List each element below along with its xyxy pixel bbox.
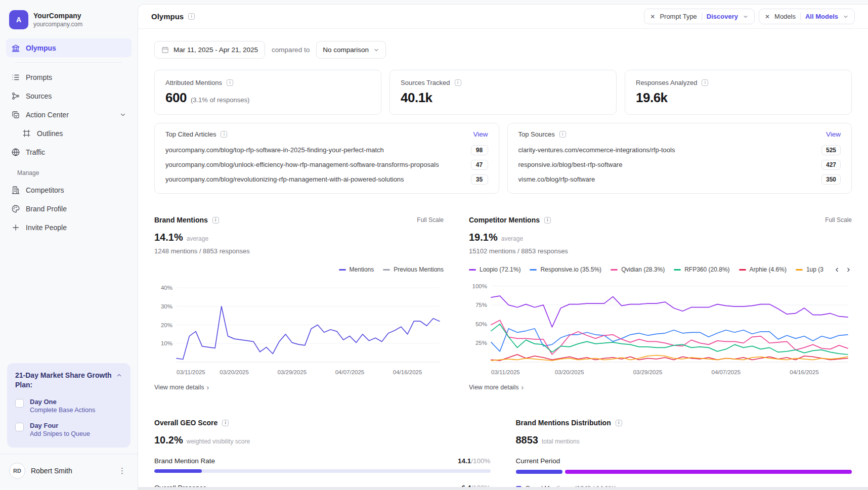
filter-value: All Models xyxy=(805,13,838,20)
growth-plan-item-title: Day Four xyxy=(30,422,90,429)
info-icon xyxy=(702,79,708,86)
mentions-summary: 15102 mentions / 8853 responses xyxy=(469,247,852,255)
full-scale-toggle[interactable]: Full Scale xyxy=(825,216,852,224)
brand-mentions-section: Brand Mentions Full Scale 14.1% average … xyxy=(154,216,444,391)
workspace-name: YourCompany xyxy=(33,12,82,21)
chevron-down-icon xyxy=(843,14,849,20)
legend-swatch xyxy=(383,269,390,271)
bank-icon xyxy=(11,43,20,53)
prompt-type-filter[interactable]: ✕ Prompt Type Discovery xyxy=(644,9,755,24)
legend-item: Mentions xyxy=(339,266,374,273)
sidebar-item-traffic[interactable]: Traffic xyxy=(6,143,132,161)
section-title: Competitor Mentions xyxy=(469,216,551,224)
stat-label: Responses Analyzed xyxy=(636,79,697,86)
count-badge: 350 xyxy=(821,174,841,185)
competitor-segment xyxy=(565,470,852,474)
date-range-button[interactable]: Mar 11, 2025 - Apr 21, 2025 xyxy=(154,41,265,59)
sidebar-item-outlines[interactable]: Outlines xyxy=(6,124,132,143)
chevron-up-icon[interactable] xyxy=(116,372,122,379)
sidebar-item-olympus[interactable]: Olympus xyxy=(6,38,132,57)
info-icon xyxy=(544,217,551,224)
sidebar-item-brand-profile[interactable]: Brand Profile xyxy=(6,199,132,218)
view-more-details-link[interactable]: View more details› xyxy=(469,383,852,391)
chevron-right-icon[interactable] xyxy=(845,266,852,273)
brand-mentions-line-chart: 10%20%30%40%03/11/202503/20/202503/29/20… xyxy=(154,277,444,378)
stat-value: 600 xyxy=(165,90,187,106)
chevron-down-icon[interactable] xyxy=(119,111,126,118)
geo-score-stat: 10.2% xyxy=(154,434,183,446)
stat-label: Attributed Mentions xyxy=(165,79,222,86)
stacked-distribution-bar xyxy=(516,470,852,474)
controls-row: Mar 11, 2025 - Apr 21, 2025 compared to … xyxy=(154,41,852,59)
sidebar-item-prompts[interactable]: Prompts xyxy=(6,68,132,86)
info-icon xyxy=(616,420,622,426)
close-icon[interactable]: ✕ xyxy=(765,13,770,20)
section-title: Brand Mentions xyxy=(154,216,219,224)
charts-row: Brand Mentions Full Scale 14.1% average … xyxy=(154,216,852,391)
calendar-icon xyxy=(161,46,169,54)
progress-track xyxy=(154,469,491,473)
average-stat: 19.1% xyxy=(469,232,498,243)
brand-segment xyxy=(516,470,563,474)
full-scale-toggle[interactable]: Full Scale xyxy=(417,216,444,224)
chevron-left-icon[interactable] xyxy=(834,266,840,273)
comparison-value: No comparison xyxy=(323,46,369,54)
table-row[interactable]: yourcompany.com/blog/unlock-efficiency-h… xyxy=(165,157,488,172)
main-panel: Olympus ✕ Prompt Type Discovery ✕ Models… xyxy=(138,4,868,490)
table-row[interactable]: responsive.io/blog/best-rfp-software 427 xyxy=(518,157,841,172)
svg-text:25%: 25% xyxy=(475,340,487,346)
growth-plan-title: 21-Day Market Share Growth Plan: xyxy=(15,371,112,390)
models-filter[interactable]: ✕ Models All Models xyxy=(759,9,855,24)
day-four-checkbox[interactable] xyxy=(15,423,24,431)
sidebar-item-sources[interactable]: Sources xyxy=(6,86,132,105)
page-bottom-scroll-track[interactable] xyxy=(138,487,868,490)
view-more-details-link[interactable]: View more details› xyxy=(154,383,444,391)
stat-value: 19.6k xyxy=(636,90,668,106)
sidebar: A YourCompany yourcompany.com Olympus Pr… xyxy=(0,0,138,490)
sidebar-item-label: Competitors xyxy=(26,186,64,194)
growth-plan-item: Day One Complete Base Actions xyxy=(15,398,122,414)
close-icon[interactable]: ✕ xyxy=(650,13,655,20)
view-link[interactable]: View xyxy=(826,130,841,138)
workspace-switcher[interactable]: A YourCompany yourcompany.com xyxy=(0,7,138,36)
svg-text:03/11/2025: 03/11/2025 xyxy=(491,369,520,375)
competitor-mentions-line-chart: 25%50%75%100%03/11/202503/20/202503/29/2… xyxy=(469,277,852,378)
sidebar-item-label: Prompts xyxy=(26,73,52,81)
page-title: Olympus xyxy=(151,12,184,21)
table-row[interactable]: yourcompany.com/blog/top-rfp-software-in… xyxy=(165,143,488,157)
table-row[interactable]: visme.co/blog/rfp-software 350 xyxy=(518,172,841,187)
sidebar-item-invite-people[interactable]: Invite People xyxy=(6,218,132,237)
sidebar-item-action-center[interactable]: Action Center xyxy=(6,105,132,124)
stat-card-sources-tracked: Sources Tracked 40.1k xyxy=(389,70,617,115)
day-one-checkbox[interactable] xyxy=(15,399,24,408)
svg-text:03/29/2025: 03/29/2025 xyxy=(633,369,663,375)
legend-item: 1up (3 xyxy=(796,266,823,273)
kebab-menu-icon[interactable]: ⋮ xyxy=(116,466,128,475)
metric-bar: Brand Mention Rate 14.1/100% xyxy=(154,457,491,473)
user-menu[interactable]: RD Robert Smith ⋮ xyxy=(0,454,138,490)
legend-label: Qvidian (28.3%) xyxy=(621,266,665,273)
article-url: yourcompany.com/blog/unlock-efficiency-h… xyxy=(165,161,471,168)
sidebar-item-label: Action Center xyxy=(26,111,69,119)
table-row[interactable]: yourcompany.com/blog/revolutionizing-rfp… xyxy=(165,172,488,187)
user-name: Robert Smith xyxy=(31,467,111,475)
stat-card-attributed-mentions: Attributed Mentions 600 (3.1% of respons… xyxy=(154,70,381,115)
sidebar-item-competitors[interactable]: Competitors xyxy=(6,181,132,199)
table-row[interactable]: clarity-ventures.com/ecommerce-integrati… xyxy=(518,143,841,157)
count-badge: 98 xyxy=(471,145,488,155)
source-url: clarity-ventures.com/ecommerce-integrati… xyxy=(518,146,821,154)
source-url: responsive.io/blog/best-rfp-software xyxy=(518,161,821,168)
article-url: yourcompany.com/blog/revolutionizing-rfp… xyxy=(165,175,471,183)
count-badge: 525 xyxy=(821,145,841,155)
stat-suffix: (3.1% of responses) xyxy=(191,96,249,104)
view-link[interactable]: View xyxy=(473,130,488,138)
chevron-right-icon: › xyxy=(206,383,209,391)
chart-legend: Loopio (72.1%) Responsive.io (35.5%) Qvi… xyxy=(469,265,852,274)
growth-plan-item-subtitle: Add Snipes to Queue xyxy=(30,430,90,437)
geo-score-section: Overall GEO Score 10.2% weighted visibil… xyxy=(154,419,491,490)
stat-value: 40.1k xyxy=(401,90,432,106)
progress-fill xyxy=(154,469,202,473)
comparison-select[interactable]: No comparison xyxy=(316,41,386,59)
average-stat-suffix: average xyxy=(187,235,208,242)
legend-item: Responsive.io (35.5%) xyxy=(530,266,601,273)
